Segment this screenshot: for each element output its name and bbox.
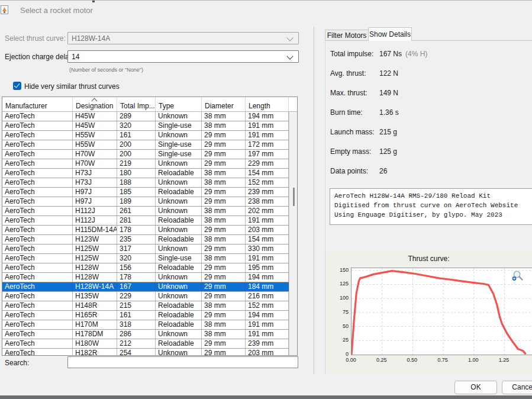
table-row[interactable]: AeroTechH73J180Reloadable38 mm154 mm (2, 169, 289, 178)
table-cell: 189 (117, 197, 156, 206)
check-icon (14, 82, 20, 88)
table-scrollbar[interactable] (289, 112, 298, 355)
column-header-total-imp[interactable]: Total Imp... (117, 97, 156, 111)
table-cell: 29 mm (202, 188, 246, 197)
table-cell: AeroTech (2, 112, 73, 121)
table-cell: AeroTech (2, 169, 73, 178)
table-cell: 38 mm (202, 320, 246, 329)
table-cell: AeroTech (2, 320, 73, 329)
table-cell: AeroTech (2, 150, 73, 159)
table-cell: Reloadable (156, 235, 202, 244)
table-cell: H135W (73, 292, 117, 301)
x-tick-label: 0.75 (434, 357, 452, 363)
detail-row: Empty mass:125 g (330, 147, 379, 157)
motor-description[interactable]: AeroTech H128W-14A RMS-29/180 Reload Kit… (330, 188, 532, 225)
table-cell: H55W (73, 140, 117, 149)
detail-label: Max. thrust: (330, 89, 379, 97)
table-row[interactable]: AeroTechH70W219Unknown29 mm229 mm (2, 159, 289, 169)
motor-table-body: AeroTechH45W289Unknown38 mm194 mmAeroTec… (2, 112, 289, 356)
table-row[interactable]: AeroTechH45W320Single-use38 mm191 mm (2, 121, 289, 131)
table-row[interactable]: AeroTechH178DM286Unknown38 mm191 mm (2, 330, 289, 339)
y-tick-label: 25 (325, 337, 349, 343)
x-tick-label: 1.00 (465, 357, 482, 363)
column-header-length[interactable]: Length (246, 97, 289, 111)
y-tick-label: 75 (325, 309, 349, 315)
column-header-type[interactable]: Type (156, 97, 202, 111)
thrust-curve-value: H128W-14A (72, 34, 110, 43)
table-cell: 320 (117, 121, 156, 130)
cancel-button[interactable]: Cancel (502, 381, 532, 394)
table-row[interactable]: AeroTechH148R215Reloadable38 mm152 mm (2, 301, 289, 311)
table-row[interactable]: AeroTechH165R161Reloadable29 mm194 mm (2, 311, 289, 320)
table-cell: AeroTech (2, 292, 73, 301)
table-row[interactable]: AeroTechH135W229Unknown29 mm216 mm (2, 292, 289, 301)
table-cell: 191 mm (246, 330, 289, 339)
table-cell: 239 mm (246, 188, 289, 197)
table-cell: 38 mm (202, 207, 246, 215)
app-icon (1, 5, 8, 14)
table-row[interactable]: AeroTechH112J261Unknown38 mm202 mm (2, 207, 289, 216)
column-header-designation[interactable]: Designation (73, 97, 117, 111)
table-row[interactable]: AeroTechH97J185Reloadable29 mm239 mm (2, 188, 289, 197)
table-cell: 219 (117, 159, 156, 168)
tab-filter-motors[interactable]: Filter Motors (325, 30, 369, 41)
ok-button[interactable]: OK (454, 381, 497, 394)
window-bottom-edge (0, 395, 532, 399)
table-row[interactable]: AeroTechH128W-14A167Unknown29 mm184 mm (2, 282, 289, 292)
table-row[interactable]: AeroTechH125W320Single-use38 mm191 mm (2, 254, 289, 263)
column-header-diameter[interactable]: Diameter (202, 97, 246, 111)
table-cell: 156 (117, 263, 156, 272)
tab-show-details[interactable]: Show Details (368, 27, 412, 41)
table-cell: Reloadable (156, 320, 202, 329)
table-cell: AeroTech (2, 131, 73, 140)
table-cell: 29 mm (202, 150, 246, 159)
table-cell: AeroTech (2, 273, 73, 282)
table-row[interactable]: AeroTechH55W200Single-use29 mm172 mm (2, 140, 289, 150)
table-row[interactable]: AeroTechH112J281Reloadable38 mm191 mm (2, 216, 289, 226)
hide-similar-checkbox[interactable] (13, 82, 21, 90)
table-cell: H112J (73, 207, 117, 215)
table-row[interactable]: AeroTechH125W317Unknown29 mm330 mm (2, 244, 289, 254)
table-cell: Unknown (156, 273, 202, 282)
table-cell: 216 mm (246, 292, 289, 301)
chevron-down-icon (286, 53, 293, 59)
table-cell: 261 (117, 207, 156, 215)
table-row[interactable]: AeroTechH115DM-14A178Unknown29 mm203 mm (2, 226, 289, 235)
table-cell: Unknown (156, 131, 202, 140)
detail-row: Total impulse:167 Ns(4% H) (330, 50, 379, 59)
table-row[interactable]: AeroTechH70W200Single-use29 mm197 mm (2, 150, 289, 159)
column-header-manufacturer[interactable]: Manufacturer (2, 97, 73, 111)
table-cell: AeroTech (2, 207, 73, 215)
table-cell: H55W (73, 131, 117, 140)
table-row[interactable]: AeroTechH123W235Reloadable38 mm154 mm (2, 235, 289, 244)
table-row[interactable]: AeroTechH45W289Unknown38 mm194 mm (2, 112, 289, 121)
table-cell: 29 mm (202, 197, 246, 206)
detail-extra: (4% H) (405, 50, 427, 58)
table-cell: Reloadable (156, 311, 202, 320)
table-cell: H73J (73, 169, 117, 178)
thrust-curve-plot (351, 268, 532, 355)
search-input[interactable] (67, 356, 298, 368)
window-top-edge (0, 0, 532, 2)
magnifier-zoom-icon[interactable] (511, 270, 524, 283)
table-row[interactable]: AeroTechH182R254Unknown29 mm203 mm (2, 349, 289, 356)
table-row[interactable]: AeroTechH128W178Unknown29 mm194 mm (2, 273, 289, 282)
search-label: Search: (5, 359, 29, 367)
table-cell: H45W (73, 112, 117, 121)
table-row[interactable]: AeroTechH97J189Unknown29 mm238 mm (2, 197, 289, 207)
table-row[interactable]: AeroTechH55W161Unknown29 mm191 mm (2, 131, 289, 140)
ejection-delay-combo[interactable]: 14 (67, 50, 299, 63)
table-cell: 29 mm (202, 244, 246, 253)
window-edge-tick (92, 1, 95, 2)
table-cell: AeroTech (2, 121, 73, 130)
table-cell: 320 (117, 254, 156, 263)
table-row[interactable]: AeroTechH180W212Reloadable29 mm239 mm (2, 339, 289, 349)
table-row[interactable]: AeroTechH170M318Reloadable38 mm191 mm (2, 320, 289, 330)
table-cell: Unknown (156, 112, 202, 121)
pane-divider (314, 27, 314, 374)
detail-label: Avg. thrust: (330, 69, 379, 78)
table-row[interactable]: AeroTechH73J188Unknown38 mm152 mm (2, 178, 289, 188)
scrollbar-thumb[interactable] (293, 188, 295, 206)
table-row[interactable]: AeroTechH128W156Reloadable29 mm195 mm (2, 263, 289, 273)
table-cell: H148R (73, 301, 117, 310)
